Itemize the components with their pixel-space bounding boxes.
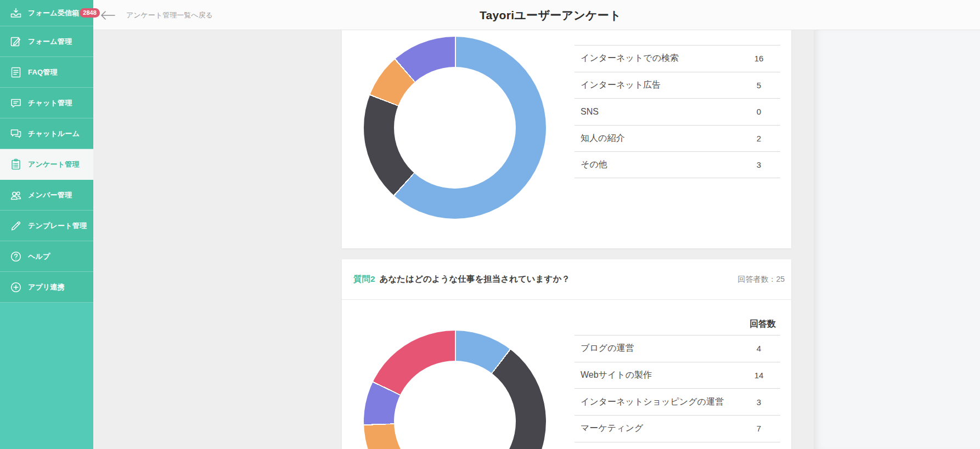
- answer-label: ブログの運営: [575, 343, 737, 354]
- table-row: 知人の紹介 2: [575, 125, 780, 152]
- question1-answer-table: インターネットでの検索 16 インターネット広告 5 SNS 0 知人の紹介 2…: [575, 45, 780, 178]
- sidebar-item-help[interactable]: ヘルプ: [0, 241, 93, 272]
- sidebar-item-chat-manage[interactable]: チャット管理: [0, 88, 93, 118]
- sidebar-item-template-manage[interactable]: テンプレート管理: [0, 211, 93, 241]
- sidebar-item-label: テンプレート管理: [28, 221, 87, 231]
- faq-document-icon: [9, 65, 23, 79]
- table-row: マーケティング 7: [575, 415, 780, 442]
- chat-bubble-icon: [9, 96, 23, 110]
- answer-count: 2: [737, 134, 780, 143]
- form-edit-icon: [9, 35, 23, 49]
- table-row: SNS 0: [575, 98, 780, 125]
- answer-label: SNS: [575, 107, 737, 117]
- answer-count: 16: [737, 54, 780, 63]
- table-row: ブログの運営 4: [575, 335, 780, 362]
- answer-count: 5: [737, 81, 780, 90]
- answer-count: 7: [737, 424, 780, 433]
- answer-label: マーケティング: [575, 423, 737, 434]
- answer-label: Webサイトの製作: [575, 370, 737, 381]
- sidebar-item-label: ヘルプ: [28, 252, 50, 262]
- question1-card: インターネットでの検索 16 インターネット広告 5 SNS 0 知人の紹介 2…: [342, 30, 791, 248]
- table-row: その他 3: [575, 151, 780, 178]
- question2-donut-chart[interactable]: [364, 331, 546, 449]
- answer-count: 3: [737, 160, 780, 169]
- sidebar-item-label: FAQ管理: [28, 67, 58, 77]
- answer-count: 0: [737, 107, 780, 116]
- sidebar-item-label: フォーム受信箱: [28, 8, 79, 18]
- sidebar-item-faq-manage[interactable]: FAQ管理: [0, 57, 93, 88]
- answer-label: インターネット広告: [575, 79, 737, 91]
- table-header-row: 回答数: [575, 314, 780, 335]
- answer-count-header: 回答数: [750, 319, 780, 330]
- table-row: インターネットでの検索 16: [575, 45, 780, 72]
- inbox-count-badge: 2848: [80, 8, 99, 18]
- survey-results-content: インターネットでの検索 16 インターネット広告 5 SNS 0 知人の紹介 2…: [93, 30, 814, 449]
- sidebar-item-chat-room[interactable]: チャットルーム: [0, 118, 93, 149]
- sidebar-item-member-manage[interactable]: メンバー管理: [0, 180, 93, 211]
- top-bar: アンケート管理一覧へ戻る Tayoriユーザーアンケート: [93, 0, 980, 30]
- sidebar-item-label: アプリ連携: [28, 282, 65, 292]
- sidebar-item-survey-manage[interactable]: アンケート管理: [0, 149, 93, 180]
- question2-answer-table: 回答数 ブログの運営 4 Webサイトの製作 14 インターネットショッピングの…: [575, 314, 780, 449]
- answer-label: 知人の紹介: [575, 133, 737, 144]
- answer-label: その他: [575, 159, 737, 170]
- table-row: Webサイトの製作 14: [575, 362, 780, 389]
- sidebar-item-form-inbox[interactable]: フォーム受信箱 2848: [0, 0, 93, 26]
- back-link-label: アンケート管理一覧へ戻る: [126, 10, 213, 20]
- question-number-badge: 質問2: [353, 274, 375, 285]
- question2-card: 質問2 あなたはどのような仕事を担当されていますか？ 回答者数：25 回答数 ブ…: [342, 259, 791, 449]
- question2-header: 質問2 あなたはどのような仕事を担当されていますか？ 回答者数：25: [342, 259, 791, 300]
- question1-donut-chart[interactable]: [364, 37, 546, 219]
- answer-count: 4: [737, 344, 780, 353]
- answer-count: 3: [737, 397, 780, 407]
- question-text: あなたはどのような仕事を担当されていますか？: [380, 274, 570, 285]
- template-pencil-icon: [9, 219, 23, 233]
- back-arrow-icon: [100, 11, 115, 20]
- sidebar: フォーム受信箱 2848 フォーム管理 FAQ管理 チャット管理 チ: [0, 0, 93, 449]
- app-window: フォーム受信箱 2848 フォーム管理 FAQ管理 チャット管理 チ: [0, 0, 980, 449]
- sidebar-item-label: フォーム管理: [28, 37, 72, 47]
- table-row: インターネットショッピングの運営 3: [575, 388, 780, 415]
- help-icon: [9, 249, 23, 264]
- inbox-icon: [9, 6, 23, 20]
- table-row: インターネット広告 5: [575, 72, 780, 99]
- table-row: [575, 442, 780, 449]
- sidebar-item-label: チャットルーム: [28, 129, 80, 139]
- answer-label: インターネットショッピングの運営: [575, 396, 737, 408]
- sidebar-item-label: チャット管理: [28, 98, 72, 108]
- sidebar-item-label: アンケート管理: [28, 160, 80, 169]
- sidebar-item-form-manage[interactable]: フォーム管理: [0, 26, 93, 57]
- donut-hole: [394, 361, 516, 449]
- respondent-count: 回答者数：25: [737, 275, 785, 285]
- answer-label: インターネットでの検索: [575, 53, 737, 64]
- app-link-icon: [9, 280, 23, 294]
- page-title: Tayoriユーザーアンケート: [480, 0, 621, 30]
- survey-clipboard-icon: [9, 157, 23, 172]
- members-icon: [9, 188, 23, 202]
- donut-hole: [394, 67, 516, 189]
- right-background-panel: [814, 30, 980, 449]
- sidebar-item-app-link[interactable]: アプリ連携: [0, 272, 93, 303]
- chat-room-icon: [9, 127, 23, 141]
- sidebar-item-label: メンバー管理: [28, 190, 72, 200]
- back-to-survey-list-link[interactable]: アンケート管理一覧へ戻る: [100, 0, 213, 30]
- answer-count: 14: [737, 371, 780, 380]
